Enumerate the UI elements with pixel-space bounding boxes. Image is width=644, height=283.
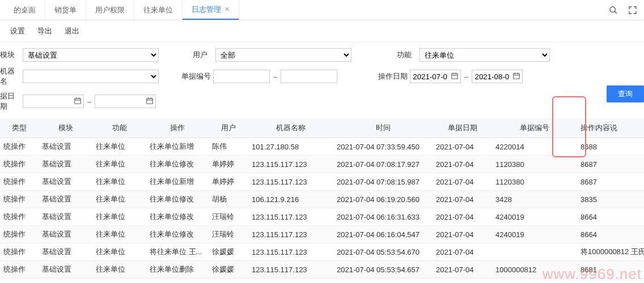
col-op[interactable]: 操作 [146, 118, 209, 138]
op-date-label: 操作日期 [374, 71, 408, 82]
cell-op: 往来单位修改 [146, 278, 209, 284]
cell-bill_date: 2021-07-04 [433, 208, 492, 226]
cell-module: 基础设置 [39, 156, 92, 173]
table-row[interactable]: 统操作基础设置往来单位往来单位删除徐媛媛123.115.117.1232021-… [0, 261, 644, 278]
table-header-row: 类型 模块 功能 操作 用户 机器名称 时间 单据日期 单据编号 操作内容说 [0, 118, 644, 138]
op-date-to-input[interactable] [472, 70, 523, 83]
search-icon[interactable] [609, 6, 618, 15]
cell-time: 2021-07-04 07:33:59.450 [333, 138, 433, 156]
table-row[interactable]: 统操作基础设置往来单位往来单位修改胡杨106.121.9.2162021-07-… [0, 191, 644, 208]
cell-user: 徐媛媛 [209, 243, 248, 261]
cell-func: 往来单位 [92, 208, 146, 226]
bill-no-from-input[interactable] [213, 70, 270, 83]
table-row[interactable]: 统操作基础设置往来单位往来单位修改单婷婷123.115.117.1232021-… [0, 156, 644, 173]
cell-op: 往来单位新增 [146, 138, 209, 156]
cell-bill_no: 1120380 [492, 173, 577, 191]
filter-panel: 模块 基础设置 用户 全部 功能 往来单位 机器名 单据编号 – 操作日期 [0, 42, 644, 118]
cell-machine: 101.27.180.58 [248, 138, 333, 156]
cell-op: 往来单位删除 [146, 261, 209, 278]
cell-content: 8664 [577, 226, 644, 243]
table-row[interactable]: 统操作基础设置往来单位往来单位修改胡杨106.121.9.2162021-07-… [0, 278, 644, 284]
col-bill-no[interactable]: 单据编号 [492, 118, 577, 138]
svg-point-0 [610, 7, 615, 12]
cell-type: 统操作 [0, 173, 39, 191]
settings-button[interactable]: 设置 [10, 26, 25, 36]
cell-content: 3835 [577, 191, 644, 208]
col-machine[interactable]: 机器名称 [248, 118, 333, 138]
tab-log-management[interactable]: 日志管理 ✕ [183, 0, 239, 20]
cell-type: 统操作 [0, 243, 39, 261]
tab-desktop[interactable]: 的桌面 [5, 0, 45, 20]
cell-bill_no: 4240019 [492, 226, 577, 243]
cell-op: 往来单位修改 [146, 156, 209, 173]
bill-no-to-input[interactable] [281, 70, 337, 83]
table-row[interactable]: 统操作基础设置往来单位往来单位修改汪瑞铃123.115.117.1232021-… [0, 226, 644, 243]
machine-select[interactable] [23, 70, 159, 83]
col-type[interactable]: 类型 [0, 118, 39, 138]
cell-user: 胡杨 [209, 278, 248, 284]
col-time[interactable]: 时间 [333, 118, 433, 138]
user-select[interactable]: 全部 [215, 48, 351, 62]
query-button[interactable]: 查询 [607, 85, 644, 102]
cell-time: 2021-07-04 05:53:54.657 [333, 261, 433, 278]
cell-bill_date: 2021-07-04 [433, 226, 492, 243]
module-select[interactable]: 基础设置 [23, 48, 159, 62]
cell-bill_date: 2021-07-04 [433, 278, 492, 284]
cell-machine: 106.121.9.216 [248, 278, 333, 284]
close-icon[interactable]: ✕ [224, 6, 230, 13]
cell-content: 8664 [577, 208, 644, 226]
export-button[interactable]: 导出 [37, 26, 52, 36]
cell-op: 往来单位修改 [146, 226, 209, 243]
table-row[interactable]: 统操作基础设置往来单位往来单位修改汪瑞铃123.115.117.1232021-… [0, 208, 644, 226]
cell-machine: 123.115.117.123 [248, 261, 333, 278]
fullscreen-icon[interactable] [628, 6, 637, 15]
cell-content: 8681 [577, 261, 644, 278]
func-select[interactable]: 往来单位 [420, 48, 550, 62]
col-user[interactable]: 用户 [209, 118, 248, 138]
cell-user: 陈伟 [209, 138, 248, 156]
cell-module: 基础设置 [39, 173, 92, 191]
cell-module: 基础设置 [39, 191, 92, 208]
tab-permissions[interactable]: 用户权限 [86, 0, 134, 20]
cell-machine: 123.115.117.123 [248, 243, 333, 261]
exit-button[interactable]: 退出 [65, 26, 79, 36]
cell-module: 基础设置 [39, 138, 92, 156]
table-row[interactable]: 统操作基础设置往来单位往来单位新增陈伟101.27.180.582021-07-… [0, 138, 644, 156]
cell-content: 8687 [577, 156, 644, 173]
cell-bill_date: 2021-07-04 [433, 156, 492, 173]
col-module[interactable]: 模块 [39, 118, 92, 138]
cell-user: 汪瑞铃 [209, 226, 248, 243]
cell-func: 往来单位 [92, 278, 146, 284]
tab-bar: 的桌面 销货单 用户权限 往来单位 日志管理 ✕ [0, 0, 644, 20]
module-label: 模块 [0, 50, 20, 60]
col-bill-date[interactable]: 单据日期 [433, 118, 492, 138]
cell-op: 往来单位新增 [146, 173, 209, 191]
cell-machine: 123.115.117.123 [248, 156, 333, 173]
bill-date-from-input[interactable] [23, 95, 84, 108]
user-label: 用户 [193, 50, 213, 60]
cell-content: 8688 [577, 138, 644, 156]
cell-op: 往来单位修改 [146, 208, 209, 226]
cell-content: 8687 [577, 173, 644, 191]
cell-time: 2021-07-04 06:16:04.547 [333, 226, 433, 243]
cell-module: 基础设置 [39, 208, 92, 226]
svg-line-1 [615, 11, 617, 14]
cell-bill_no: 1120334 [492, 278, 577, 284]
cell-module: 基础设置 [39, 278, 92, 284]
cell-type: 统操作 [0, 191, 39, 208]
col-content[interactable]: 操作内容说 [577, 118, 644, 138]
col-func[interactable]: 功能 [92, 118, 146, 138]
table-row[interactable]: 统操作基础设置往来单位往来单位新增单婷婷123.115.117.1232021-… [0, 173, 644, 191]
cell-type: 统操作 [0, 261, 39, 278]
cell-module: 基础设置 [39, 261, 92, 278]
op-date-from-input[interactable] [410, 70, 461, 83]
cell-func: 往来单位 [92, 138, 146, 156]
tab-sales[interactable]: 销货单 [45, 0, 86, 20]
cell-time: 2021-07-04 05:53:54.670 [333, 243, 433, 261]
cell-machine: 106.121.9.216 [248, 191, 333, 208]
table-row[interactable]: 统操作基础设置往来单位将往来单位 王...徐媛媛123.115.117.1232… [0, 243, 644, 261]
cell-type: 统操作 [0, 156, 39, 173]
tab-contacts[interactable]: 往来单位 [134, 0, 183, 20]
cell-op: 将往来单位 王... [146, 243, 209, 261]
bill-date-to-input[interactable] [95, 95, 156, 108]
